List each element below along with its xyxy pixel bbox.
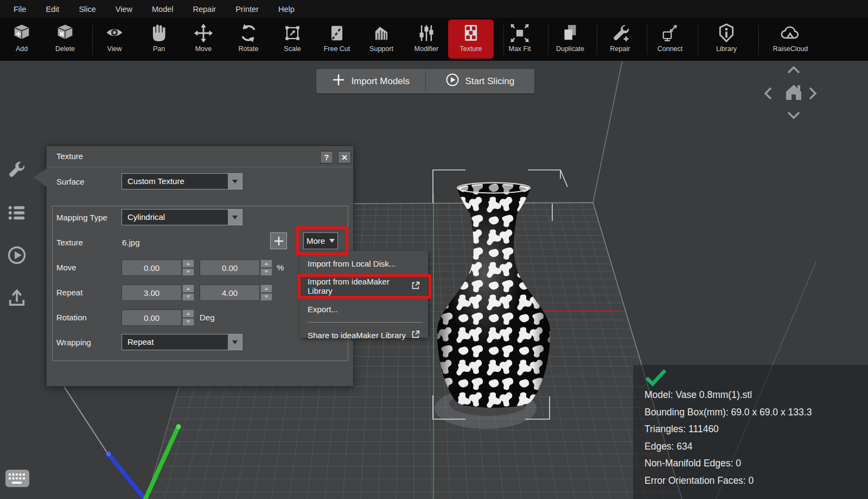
step-down-button[interactable] xyxy=(182,293,194,301)
menu-file[interactable]: File xyxy=(14,5,26,14)
rotate-left-button[interactable] xyxy=(763,85,773,102)
rotation-stepper[interactable]: 0.00 xyxy=(122,309,194,326)
surface-select[interactable]: Custom Texture xyxy=(122,173,242,190)
duplicate-icon xyxy=(559,21,581,45)
menubar: FileEditSliceViewModelRepairPrinterHelp xyxy=(0,0,868,18)
repeat-x-stepper[interactable]: 3.00 xyxy=(122,285,194,301)
chevron-down-icon[interactable] xyxy=(227,174,242,189)
texture-label: Texture xyxy=(56,238,83,247)
home-view-button[interactable] xyxy=(782,80,806,104)
repeat-y-value[interactable]: 4.00 xyxy=(200,285,260,301)
step-down-button[interactable] xyxy=(182,268,194,276)
keyboard-shortcuts-button[interactable] xyxy=(4,469,30,490)
rotate-up-button[interactable] xyxy=(786,65,802,75)
move-x-value[interactable]: 0.00 xyxy=(122,260,182,276)
model-info-line: Triangles: 111460 xyxy=(644,421,812,438)
sidebar-preview-button[interactable] xyxy=(7,246,27,267)
toolbar-pan-button[interactable]: Pan xyxy=(136,20,182,59)
toolbar-duplicate-button[interactable]: Duplicate xyxy=(544,20,596,59)
texture-filename: 6.jpg xyxy=(122,238,140,247)
chevron-down-icon[interactable] xyxy=(227,334,242,350)
move-label: Move xyxy=(56,263,76,272)
menu-help[interactable]: Help xyxy=(278,5,295,14)
more-button-label: More xyxy=(307,236,325,245)
action-bar: Import Models Start Slicing xyxy=(316,69,534,93)
toolbar-repair-button[interactable]: Repair xyxy=(597,20,643,59)
repair-wrench-icon xyxy=(609,21,631,45)
start-slicing-button[interactable]: Start Slicing xyxy=(426,69,535,93)
step-down-button[interactable] xyxy=(182,318,194,326)
menu-printer[interactable]: Printer xyxy=(235,5,259,14)
sidebar-settings-wrench-button[interactable] xyxy=(7,161,27,182)
toolbar-support-button[interactable]: Support xyxy=(359,20,404,59)
connect-icon xyxy=(659,21,681,45)
close-button[interactable]: ✕ xyxy=(338,151,351,163)
texture-dialog-header[interactable]: Texture ? ✕ xyxy=(47,146,353,167)
sidebar-model-list-button[interactable] xyxy=(7,204,27,224)
menu-item-import-from-ideamaker-library[interactable]: Import from ideaMaker Library xyxy=(300,275,428,298)
toolbar-move-button[interactable]: Move xyxy=(181,20,226,59)
move-y-stepper[interactable]: 0.00 xyxy=(200,260,272,276)
model-info-panel: Model: Vase 0.8mm(1).stlBounding Box(mm)… xyxy=(633,365,868,499)
wrench-icon xyxy=(7,161,27,182)
toolbar-free-cut-button[interactable]: Free Cut xyxy=(314,20,360,59)
repeat-y-stepper[interactable]: 4.00 xyxy=(200,285,272,301)
menu-model[interactable]: Model xyxy=(152,5,174,14)
import-models-button[interactable]: Import Models xyxy=(316,69,425,93)
step-down-button[interactable] xyxy=(260,268,272,276)
add-texture-button[interactable] xyxy=(270,232,287,249)
toolbar-scale-button[interactable]: Scale xyxy=(270,20,315,59)
toolbar-raisecloud-button[interactable]: RaiseCloud xyxy=(764,20,816,59)
max-fit-icon xyxy=(509,21,531,45)
toolbar-add-button[interactable]: Add xyxy=(0,20,44,59)
wrapping-select[interactable]: Repeat xyxy=(122,334,242,350)
rotation-unit-label: Deg xyxy=(200,313,215,322)
sidebar-upload-button[interactable] xyxy=(7,289,27,309)
import-models-label: Import Models xyxy=(351,76,410,87)
menu-item-export[interactable]: Export... xyxy=(300,298,428,320)
step-up-button[interactable] xyxy=(182,285,194,293)
toolbar-modifier-button[interactable]: Modifier xyxy=(404,20,449,59)
toolbar-separator xyxy=(647,24,647,55)
move-y-value[interactable]: 0.00 xyxy=(200,260,260,276)
menu-edit[interactable]: Edit xyxy=(46,5,59,14)
free-cut-icon xyxy=(326,21,348,45)
menu-repair[interactable]: Repair xyxy=(193,5,216,14)
model-info-lines: Model: Vase 0.8mm(1).stlBounding Box(mm)… xyxy=(644,387,812,489)
toolbar-texture-button[interactable]: Texture xyxy=(448,20,494,59)
move-x-stepper[interactable]: 0.00 xyxy=(122,260,194,276)
menu-item-import-from-local-disk[interactable]: Import from Local Disk... xyxy=(300,252,428,275)
help-button[interactable]: ? xyxy=(320,151,333,163)
repeat-x-value[interactable]: 3.00 xyxy=(122,285,182,301)
step-up-button[interactable] xyxy=(182,309,194,318)
toolbar-library-button[interactable]: Library xyxy=(704,20,749,59)
rotation-value[interactable]: 0.00 xyxy=(122,309,182,326)
menu-item-share-to-ideamaker-library[interactable]: Share to ideaMaker Library xyxy=(300,324,428,346)
toolbar-connect-button[interactable]: Connect xyxy=(647,20,693,59)
rotate-right-button[interactable] xyxy=(808,85,818,102)
mapping-type-select[interactable]: Cylindrical xyxy=(122,209,242,225)
play-circle-icon xyxy=(445,73,459,90)
toolbar-separator xyxy=(503,24,504,55)
toolbar-separator xyxy=(548,24,548,55)
keyboard-icon xyxy=(5,468,30,491)
step-up-button[interactable] xyxy=(182,260,194,268)
model-info-line: Error Orientation Faces: 0 xyxy=(644,472,812,490)
more-button[interactable]: More xyxy=(303,232,338,249)
chevron-down-icon[interactable] xyxy=(227,210,242,225)
step-up-button[interactable] xyxy=(260,260,272,268)
raisecloud-icon xyxy=(778,21,802,45)
toolbar-view-button[interactable]: View xyxy=(92,20,137,59)
menu-separator xyxy=(308,322,423,323)
toolbar-delete-button[interactable]: Delete xyxy=(42,20,88,59)
delete-cube-icon xyxy=(54,21,76,45)
texture-dialog-title: Texture xyxy=(56,151,83,161)
menu-slice[interactable]: Slice xyxy=(79,5,95,14)
rotate-down-button[interactable] xyxy=(786,110,802,120)
menu-view[interactable]: View xyxy=(116,5,132,14)
step-down-button[interactable] xyxy=(260,293,272,301)
step-up-button[interactable] xyxy=(260,285,272,293)
external-link-icon xyxy=(411,281,420,292)
toolbar-rotate-button[interactable]: Rotate xyxy=(226,20,271,59)
list-icon xyxy=(7,203,27,225)
